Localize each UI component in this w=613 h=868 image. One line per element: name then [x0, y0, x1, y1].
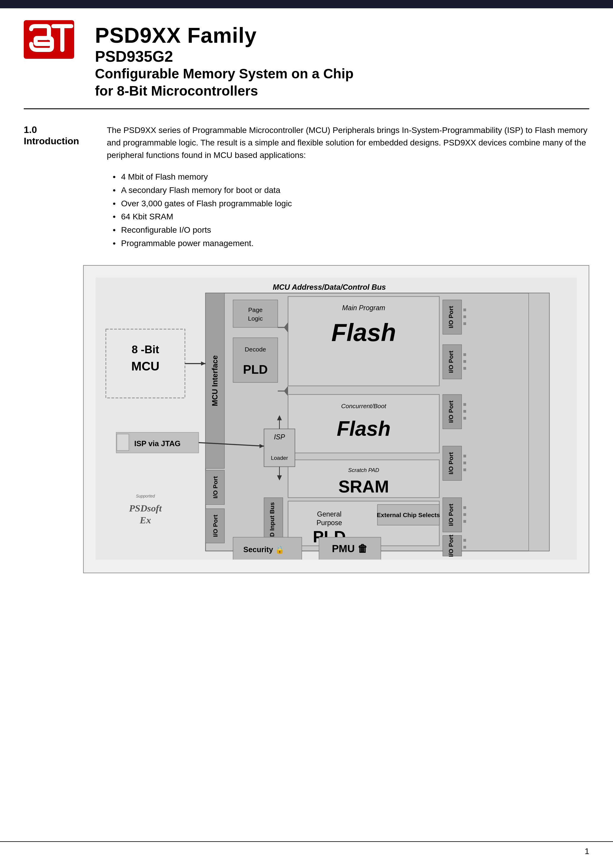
bus-label: MCU Address/Data/Control Bus	[272, 283, 386, 291]
svg-rect-52	[463, 539, 466, 541]
svg-rect-8	[233, 300, 278, 327]
svg-rect-32	[463, 308, 466, 311]
bullet-item: Over 3,000 gates of Flash programmable l…	[113, 197, 589, 211]
st-logo-area	[24, 20, 77, 62]
svg-rect-40	[463, 403, 466, 406]
bullet-item: Programmable power management.	[113, 237, 589, 250]
section-title: Introduction	[24, 135, 89, 147]
io-port-r6: I/O Port	[447, 535, 454, 557]
svg-rect-48	[463, 506, 466, 509]
io-port-left2: I/O Port	[212, 515, 219, 537]
svg-rect-41	[463, 410, 466, 412]
mcu-label-mcu: MCU	[132, 359, 159, 373]
svg-rect-38	[463, 367, 466, 370]
general-purpose-text: General	[317, 510, 342, 518]
external-chip-selects: External Chip Selects	[377, 512, 440, 518]
title-area: PSD9XX Family PSD935G2 Configurable Memo…	[95, 20, 589, 99]
io-port-r1: I/O Port	[447, 306, 454, 328]
pmu-text: PMU 🗑	[332, 542, 368, 554]
svg-rect-44	[463, 454, 466, 457]
supported-label: Supported	[136, 494, 155, 498]
svg-rect-49	[463, 513, 466, 516]
footer: 1	[0, 841, 613, 856]
bullet-item: 64 Kbit SRAM	[113, 210, 589, 223]
diagram-container: MCU Address/Data/Control Bus 8 -Bit MCU …	[83, 265, 589, 573]
svg-rect-37	[463, 360, 466, 363]
main-content: 1.0 Introduction The PSD9XX series of Pr…	[0, 109, 613, 265]
intro-text: The PSD9XX series of Programmable Microc…	[107, 124, 589, 161]
section-body: The PSD9XX series of Programmable Microc…	[107, 124, 589, 250]
flash-main-text: Flash	[331, 319, 396, 346]
pld-decode-label: PLD	[243, 363, 268, 377]
isp-jtag-label: ISP via JTAG	[134, 439, 180, 447]
svg-rect-18	[117, 434, 129, 451]
main-title: PSD9XX Family	[95, 23, 589, 48]
svg-rect-33	[463, 315, 466, 318]
page-number: 1	[585, 846, 589, 856]
bullet-item: Reconfigurable I/O ports	[113, 223, 589, 237]
bullet-item: 4 Mbit of Flash memory	[113, 170, 589, 184]
page-logic-label: Page	[248, 306, 263, 313]
header-area: PSD9XX Family PSD935G2 Configurable Memo…	[0, 8, 613, 108]
io-port-r4: I/O Port	[447, 452, 454, 474]
main-program-text: Main Program	[342, 304, 385, 312]
decode-label: Decode	[245, 346, 266, 353]
svg-rect-42	[463, 417, 466, 420]
concurrent-boot-label: Concurrent/Boot	[341, 403, 387, 409]
subtitle-desc: Configurable Memory System on a Chipfor …	[95, 65, 589, 99]
io-port-r2: I/O Port	[447, 350, 454, 373]
chip-architecture-diagram: MCU Address/Data/Control Bus 8 -Bit MCU …	[96, 277, 577, 560]
io-port-r3: I/O Port	[447, 400, 454, 423]
diagram-section: MCU Address/Data/Control Bus 8 -Bit MCU …	[0, 265, 613, 591]
security-text: Security 🔒	[243, 545, 285, 554]
flash-boot-text: Flash	[337, 417, 391, 440]
svg-rect-46	[463, 468, 466, 471]
section-label: 1.0 Introduction	[24, 124, 89, 250]
svg-rect-53	[463, 546, 466, 548]
svg-rect-50	[463, 520, 466, 523]
svg-rect-34	[463, 322, 466, 325]
io-port-left1: I/O Port	[212, 476, 219, 498]
mcu-interface-label: MCU Interface	[211, 355, 219, 406]
section-number: 1.0	[24, 124, 89, 135]
st-logo-svg	[24, 20, 74, 59]
svg-rect-45	[463, 462, 466, 464]
psdsoftex-logo2: Ex	[139, 515, 151, 525]
header-bar	[0, 0, 613, 8]
isp-text: ISP	[274, 433, 285, 440]
purpose-text: Purpose	[317, 519, 342, 527]
loader-text: Loader	[271, 455, 288, 461]
psdsoftex-logo: PSDsoft	[129, 503, 162, 513]
page-logic-label2: Logic	[248, 315, 263, 322]
bullet-item: A secondary Flash memory for boot or dat…	[113, 184, 589, 197]
scratch-pad-label: Scratch PAD	[348, 467, 379, 473]
sram-label: SRAM	[338, 477, 389, 496]
mcu-label-8bit: 8 -Bit	[132, 343, 159, 356]
svg-rect-5	[529, 293, 550, 551]
bullet-list: 4 Mbit of Flash memory A secondary Flash…	[113, 170, 589, 250]
svg-rect-36	[463, 353, 466, 356]
io-port-r5: I/O Port	[447, 504, 454, 526]
subtitle-model: PSD935G2	[95, 48, 589, 65]
